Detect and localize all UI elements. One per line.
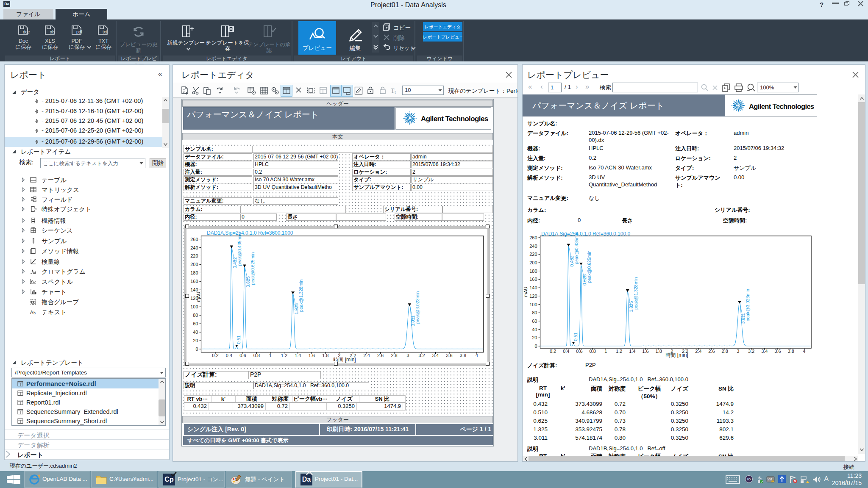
svg-text:1: 1 (604, 349, 607, 354)
svg-text:0.8: 0.8 (253, 353, 260, 358)
svg-text:240: 240 (529, 244, 537, 249)
svg-text:20: 20 (532, 335, 537, 340)
svg-text:peak@1.328min: peak@1.328min (633, 277, 638, 310)
svg-text:240: 240 (190, 245, 198, 250)
svg-text:peak@0.435min: peak@0.435min (574, 232, 579, 264)
svg-text:0.51: 0.51 (573, 333, 578, 341)
svg-text:4: 4 (803, 349, 805, 354)
svg-text:pdf: pdf (76, 30, 82, 34)
svg-text:b: b (33, 311, 36, 315)
svg-text:140: 140 (529, 285, 537, 290)
svg-text:DAD1A,Sig=254.0,1.0 Ref=3600,1: DAD1A,Sig=254.0,1.0 Ref=3600,1000 (207, 230, 293, 236)
svg-text:0.6: 0.6 (239, 353, 246, 358)
svg-text:peak@3.023min: peak@3.023min (415, 291, 420, 324)
svg-text:1.2: 1.2 (281, 353, 287, 358)
svg-text:mAU: mAU (523, 287, 528, 297)
svg-text:80: 80 (532, 310, 537, 315)
svg-text:0: 0 (195, 347, 198, 352)
svg-text:260: 260 (190, 237, 198, 242)
svg-text:3.8: 3.8 (460, 353, 466, 358)
svg-text:時間 [min]: 時間 [min] (665, 352, 688, 358)
svg-text:DAD1A,Sig=254.0,1.0 Ref=360.0,: DAD1A,Sig=254.0,1.0 Ref=360.0,100.0 (541, 231, 630, 237)
svg-text:!: ! (772, 480, 773, 482)
svg-text:180: 180 (529, 269, 537, 274)
svg-text:0.2: 0.2 (550, 349, 556, 354)
svg-text:180: 180 (190, 270, 198, 275)
svg-text:40: 40 (532, 327, 537, 332)
svg-text:1.6: 1.6 (309, 353, 315, 358)
svg-text:peak@1.328min: peak@1.328min (298, 280, 303, 312)
svg-text:t: t (395, 89, 396, 94)
svg-text:20: 20 (193, 338, 198, 343)
svg-text:140: 140 (190, 287, 198, 292)
svg-text:2.6: 2.6 (377, 353, 384, 358)
svg-text:xls: xls (50, 30, 55, 34)
svg-text:220: 220 (529, 252, 537, 257)
svg-text:160: 160 (529, 277, 537, 282)
svg-text:200: 200 (190, 262, 198, 267)
svg-text:1.8: 1.8 (322, 353, 328, 358)
svg-text:2.6: 2.6 (708, 349, 715, 354)
svg-text:3.2: 3.2 (418, 353, 425, 358)
svg-text:40: 40 (193, 330, 198, 335)
svg-text:0.8: 0.8 (590, 349, 596, 354)
svg-text:0: 0 (534, 344, 537, 349)
svg-text:1.6: 1.6 (642, 349, 648, 354)
svg-text:3.6: 3.6 (446, 353, 452, 358)
svg-text:160: 160 (190, 279, 198, 284)
svg-text:VM: VM (768, 478, 772, 481)
svg-text:200: 200 (529, 260, 537, 265)
svg-text:2.8: 2.8 (722, 349, 728, 354)
svg-text:80: 80 (193, 313, 198, 318)
svg-text:3.2: 3.2 (748, 349, 754, 354)
svg-text:1.4: 1.4 (295, 353, 301, 358)
svg-text:3.6: 3.6 (774, 349, 781, 354)
svg-text:peak@0.625min: peak@0.625min (250, 252, 255, 285)
svg-text:3.8: 3.8 (788, 349, 794, 354)
svg-text:2.8: 2.8 (391, 353, 397, 358)
svg-text:3: 3 (737, 349, 739, 354)
svg-text:0.4: 0.4 (226, 353, 232, 358)
svg-text:T: T (391, 88, 395, 94)
svg-text:peak@0.435min: peak@0.435min (237, 233, 242, 266)
svg-text:peak@3.023min: peak@3.023min (745, 289, 750, 322)
svg-text:2.4: 2.4 (695, 349, 701, 354)
svg-text:3: 3 (407, 353, 409, 358)
svg-text:mAU: mAU (196, 292, 201, 302)
svg-text:100: 100 (529, 302, 537, 307)
svg-text:220: 220 (190, 253, 198, 258)
svg-text:0.6: 0.6 (576, 349, 582, 354)
svg-text:A: A (30, 310, 33, 315)
svg-text:0.2: 0.2 (212, 353, 218, 358)
svg-text:0.4: 0.4 (563, 349, 569, 354)
svg-text:60: 60 (532, 319, 537, 324)
svg-text:1.2: 1.2 (616, 349, 622, 354)
svg-text:0.51: 0.51 (236, 335, 241, 344)
svg-text:txt: txt (103, 30, 107, 34)
svg-text:1.4: 1.4 (629, 349, 635, 354)
svg-text:1.8: 1.8 (656, 349, 662, 354)
svg-text:peak@0.625min: peak@0.625min (587, 250, 592, 283)
svg-text:60: 60 (193, 321, 198, 326)
svg-text:3.4: 3.4 (761, 349, 768, 354)
svg-text:260: 260 (529, 235, 537, 240)
svg-text:120: 120 (529, 294, 537, 299)
svg-text:1: 1 (269, 353, 272, 358)
svg-text:doc: doc (23, 30, 30, 34)
svg-text:3.4: 3.4 (432, 353, 439, 358)
svg-text:100: 100 (190, 304, 198, 309)
svg-text:4: 4 (476, 353, 478, 358)
svg-text:2.4: 2.4 (364, 353, 370, 358)
